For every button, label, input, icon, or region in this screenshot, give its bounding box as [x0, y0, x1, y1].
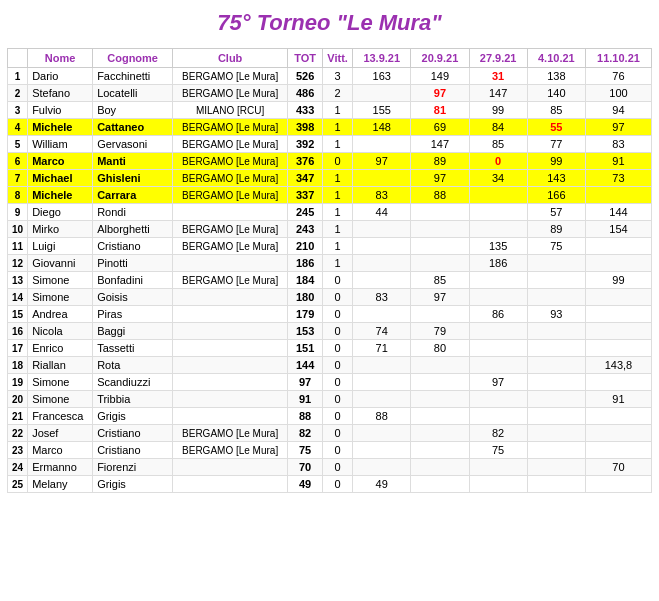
col-header-3: Club	[173, 49, 288, 68]
player-nome: Nicola	[28, 323, 93, 340]
row-number: 20	[8, 391, 28, 408]
player-total: 398	[288, 119, 323, 136]
player-score-4	[527, 323, 585, 340]
player-nome: Andrea	[28, 306, 93, 323]
row-number: 17	[8, 340, 28, 357]
player-cognome: Gervasoni	[93, 136, 173, 153]
col-header-7: 20.9.21	[411, 49, 469, 68]
player-club: BERGAMO [Le Mura]	[173, 119, 288, 136]
player-cognome: Scandiuzzi	[93, 374, 173, 391]
player-vittorie: 1	[323, 170, 353, 187]
player-vittorie: 1	[323, 204, 353, 221]
player-club	[173, 374, 288, 391]
row-number: 10	[8, 221, 28, 238]
row-number: 11	[8, 238, 28, 255]
player-score-3: 186	[469, 255, 527, 272]
player-score-5: 94	[585, 102, 651, 119]
player-score-4	[527, 476, 585, 493]
player-total: 186	[288, 255, 323, 272]
player-score-3: 97	[469, 374, 527, 391]
table-row: 23MarcoCristianoBERGAMO [Le Mura]75075	[8, 442, 652, 459]
player-club	[173, 391, 288, 408]
row-number: 9	[8, 204, 28, 221]
player-total: 347	[288, 170, 323, 187]
player-score-5	[585, 255, 651, 272]
player-score-1	[353, 238, 411, 255]
player-score-4: 77	[527, 136, 585, 153]
player-score-4: 99	[527, 153, 585, 170]
player-score-4	[527, 408, 585, 425]
player-score-1	[353, 391, 411, 408]
player-score-3	[469, 221, 527, 238]
player-score-4: 143	[527, 170, 585, 187]
player-score-3: 85	[469, 136, 527, 153]
row-number: 7	[8, 170, 28, 187]
player-score-3	[469, 204, 527, 221]
player-score-2	[411, 442, 469, 459]
player-score-1	[353, 85, 411, 102]
player-score-3: 84	[469, 119, 527, 136]
col-header-4: TOT	[288, 49, 323, 68]
row-number: 15	[8, 306, 28, 323]
player-score-3	[469, 289, 527, 306]
player-cognome: Cristiano	[93, 425, 173, 442]
player-total: 91	[288, 391, 323, 408]
player-score-2: 89	[411, 153, 469, 170]
player-cognome: Bonfadini	[93, 272, 173, 289]
player-score-3: 99	[469, 102, 527, 119]
player-score-3	[469, 340, 527, 357]
player-score-2	[411, 374, 469, 391]
player-score-1	[353, 170, 411, 187]
player-nome: Enrico	[28, 340, 93, 357]
player-score-3: 75	[469, 442, 527, 459]
player-club	[173, 476, 288, 493]
player-total: 97	[288, 374, 323, 391]
player-club	[173, 289, 288, 306]
col-header-9: 4.10.21	[527, 49, 585, 68]
player-total: 392	[288, 136, 323, 153]
player-nome: Dario	[28, 68, 93, 85]
player-score-2	[411, 357, 469, 374]
player-score-5: 154	[585, 221, 651, 238]
table-row: 16NicolaBaggi15307479	[8, 323, 652, 340]
player-score-2: 147	[411, 136, 469, 153]
row-number: 24	[8, 459, 28, 476]
player-cognome: Cristiano	[93, 442, 173, 459]
player-vittorie: 1	[323, 187, 353, 204]
player-vittorie: 0	[323, 476, 353, 493]
row-number: 21	[8, 408, 28, 425]
player-score-1	[353, 459, 411, 476]
player-score-1	[353, 374, 411, 391]
player-cognome: Manti	[93, 153, 173, 170]
player-score-4: 138	[527, 68, 585, 85]
player-score-2	[411, 459, 469, 476]
player-vittorie: 1	[323, 238, 353, 255]
player-score-1	[353, 442, 411, 459]
table-row: 19SimoneScandiuzzi97097	[8, 374, 652, 391]
player-cognome: Tribbia	[93, 391, 173, 408]
player-club: BERGAMO [Le Mura]	[173, 221, 288, 238]
player-score-4	[527, 272, 585, 289]
player-nome: Diego	[28, 204, 93, 221]
player-score-2	[411, 391, 469, 408]
player-total: 486	[288, 85, 323, 102]
player-nome: Michael	[28, 170, 93, 187]
table-row: 10MirkoAlborghettiBERGAMO [Le Mura]24318…	[8, 221, 652, 238]
table-row: 15AndreaPiras17908693	[8, 306, 652, 323]
player-score-5	[585, 323, 651, 340]
table-row: 24ErmannoFiorenzi70070	[8, 459, 652, 476]
player-cognome: Ghisleni	[93, 170, 173, 187]
table-header-row: NomeCognomeClubTOTVitt.13.9.2120.9.2127.…	[8, 49, 652, 68]
player-vittorie: 0	[323, 442, 353, 459]
player-score-2: 85	[411, 272, 469, 289]
player-club: BERGAMO [Le Mura]	[173, 153, 288, 170]
player-score-4: 85	[527, 102, 585, 119]
player-score-3: 147	[469, 85, 527, 102]
player-total: 70	[288, 459, 323, 476]
player-score-3	[469, 408, 527, 425]
player-score-3: 82	[469, 425, 527, 442]
player-score-1: 49	[353, 476, 411, 493]
player-score-5	[585, 340, 651, 357]
player-nome: Fulvio	[28, 102, 93, 119]
player-score-3: 135	[469, 238, 527, 255]
